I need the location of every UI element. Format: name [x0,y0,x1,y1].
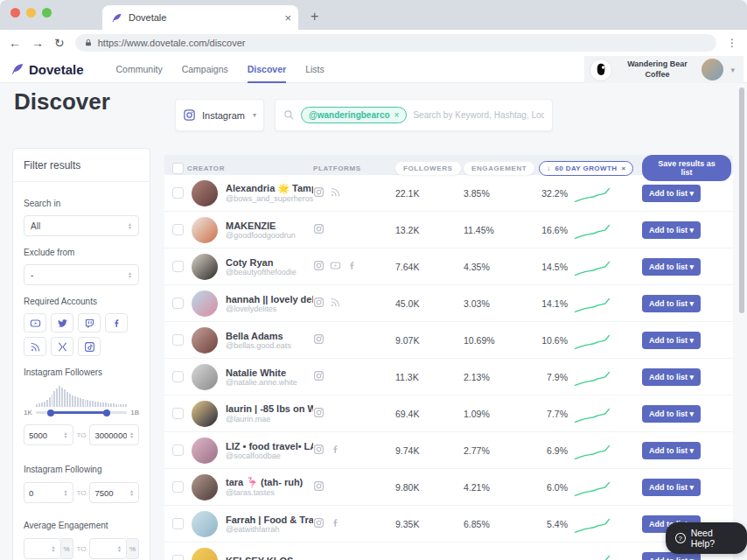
creator-name[interactable]: Farrah | Food & Travel [226,514,313,525]
creator-avatar[interactable] [192,364,218,390]
creator-name[interactable]: Alexandria 🌟 Tampa Blo [226,183,313,194]
row-checkbox[interactable] [172,187,184,199]
creator-avatar[interactable] [192,548,218,560]
creator-name[interactable]: Bella Adams [226,331,313,341]
add-to-list-button[interactable]: Add to list ▾ [642,368,701,386]
creator-avatar[interactable] [192,217,218,243]
creator-avatar[interactable] [192,474,218,500]
creator-name[interactable]: laurin | -85 lbs on WW 💚 [226,403,313,415]
row-checkbox[interactable] [172,224,184,235]
mixer-icon[interactable] [51,337,73,356]
facebook-icon[interactable] [105,313,128,332]
save-results-button[interactable]: Save results as list [642,155,731,181]
dovetale-logo[interactable]: Dovetale [10,62,84,77]
following-min-input[interactable]: 0▲▼ [24,482,73,503]
exclude-from-select[interactable]: - ▲▼ [24,264,139,285]
add-to-list-button[interactable]: Add to list ▾ [642,221,701,239]
tab-close-icon[interactable]: × [284,11,291,24]
stepper-icon[interactable]: ▲▼ [129,431,134,438]
address-bar[interactable]: https://www.dovetale.com/discover [75,34,716,52]
creator-handle[interactable]: @eatwithfarrah [226,525,313,534]
creator-name[interactable]: MAKENZIE [226,220,313,231]
scrollbar-thumb[interactable] [739,88,744,313]
search-tag-chip[interactable]: @wanderingbearco × [301,107,407,123]
new-tab-button[interactable]: + [311,9,318,24]
nav-item-lists[interactable]: Lists [305,56,325,83]
creator-avatar[interactable] [192,327,218,354]
creator-name[interactable]: Coty Ryan [226,257,313,268]
need-help-button[interactable]: ? Need Help? [666,522,747,554]
add-to-list-button[interactable]: Add to list ▾ [642,332,701,349]
followers-min-input[interactable]: 5000▲▼ [24,424,73,445]
twitch-icon[interactable] [78,313,101,332]
followers-range-slider[interactable] [36,411,127,414]
growth-close-icon[interactable]: × [621,164,625,172]
row-checkbox[interactable] [172,371,184,382]
engagement-max-input[interactable]: ▲▼ [89,538,127,559]
creator-handle[interactable]: @laurin.mae [226,415,313,424]
nav-item-community[interactable]: Community [116,56,163,83]
creator-name[interactable]: Natalie White [226,368,313,378]
row-checkbox[interactable] [172,518,184,529]
engagement-header[interactable]: ENGAGEMENT [464,162,534,175]
add-to-list-button[interactable]: Add to list ▾ [642,258,701,276]
growth-sort-chip[interactable]: ↓ 60 DAY GROWTH × [539,161,633,176]
creator-name[interactable]: tara 🦩 (tah- ruh) [226,477,313,488]
creator-handle[interactable]: @beautyofthefoodie [226,268,313,276]
creator-avatar[interactable] [192,290,218,317]
browser-menu-icon[interactable]: ⋮ [727,37,738,49]
minimize-window-button[interactable] [26,8,36,18]
row-checkbox[interactable] [172,261,184,272]
stepper-icon[interactable]: ▲▼ [117,545,122,552]
close-window-button[interactable] [10,8,20,18]
add-to-list-button[interactable]: Add to list ▾ [642,405,701,423]
followers-max-input[interactable]: 300000000▲▼ [89,424,139,445]
add-to-list-button[interactable]: Add to list ▾ [642,185,701,202]
row-checkbox[interactable] [172,298,184,309]
search-input[interactable] [413,110,544,120]
tag-close-icon[interactable]: × [394,110,400,120]
creator-name[interactable]: LIZ • food travel• LA/OC [226,441,313,452]
stepper-icon[interactable]: ▲▼ [52,545,56,552]
creator-avatar[interactable] [192,401,218,427]
reload-icon[interactable]: ↻ [54,36,65,50]
slider-handle-max[interactable] [103,410,110,416]
engagement-min-input[interactable]: ▲▼ [24,538,61,559]
forward-icon[interactable]: → [31,36,44,50]
platform-select[interactable]: Instagram ▾ [175,99,264,131]
creator-avatar[interactable] [192,254,218,280]
row-checkbox[interactable] [172,555,184,560]
browser-tab[interactable]: Dovetale × [102,5,298,30]
nav-item-campaigns[interactable]: Campaigns [182,56,228,83]
account-switcher[interactable]: Wandering Bear Coffee ▾ [584,56,744,83]
tiktok-icon[interactable] [78,337,101,356]
row-checkbox[interactable] [172,481,184,493]
creator-handle[interactable]: @taras.tastes [226,488,313,497]
slider-handle-min[interactable] [47,410,54,416]
creator-handle[interactable]: @lovelydelites [226,304,313,313]
stepper-icon[interactable]: ▲▼ [64,431,68,438]
maximize-window-button[interactable] [42,8,52,18]
creator-handle[interactable]: @socalfoodbae [226,452,313,460]
back-icon[interactable]: ← [9,36,21,50]
creator-avatar[interactable] [192,511,218,537]
twitter-icon[interactable] [51,313,73,332]
creator-avatar[interactable] [192,438,218,464]
row-checkbox[interactable] [172,444,184,456]
creator-name[interactable]: hannah || lovely delites [226,294,313,304]
stepper-icon[interactable]: ▲▼ [129,489,134,496]
row-checkbox[interactable] [172,334,184,346]
add-to-list-button[interactable]: Add to list ▾ [642,442,701,459]
youtube-icon[interactable] [24,313,46,332]
search-box[interactable]: @wanderingbearco × [275,99,553,131]
creator-handle[interactable]: @bellas.good.eats [226,341,313,350]
row-checkbox[interactable] [172,408,184,419]
creator-avatar[interactable] [192,180,218,206]
add-to-list-button[interactable]: Add to list ▾ [642,479,701,496]
creator-handle[interactable]: @bows_and_superheros [226,194,313,203]
add-to-list-button[interactable]: Add to list ▾ [642,295,701,312]
creator-name[interactable]: KELSEY KLOS [226,556,313,560]
creator-handle[interactable]: @goodfoodgoodrun [226,231,313,240]
following-max-input[interactable]: 7500▲▼ [89,482,139,503]
nav-item-discover[interactable]: Discover [248,56,286,83]
